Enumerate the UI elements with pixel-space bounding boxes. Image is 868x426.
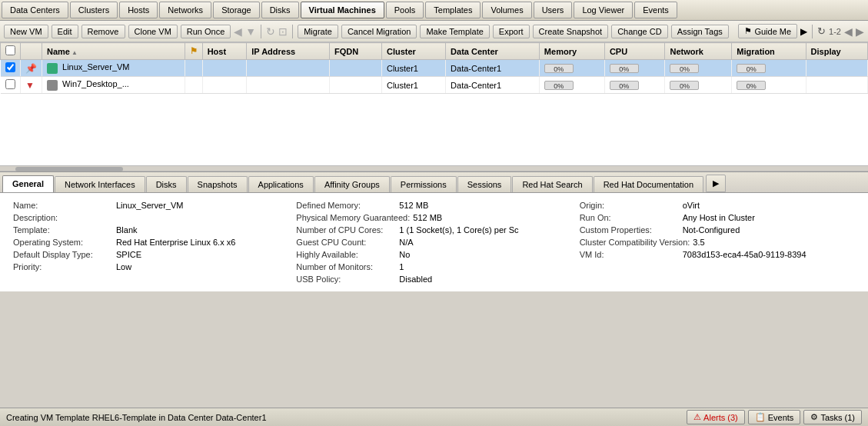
nav-virtual-machines[interactable]: Virtual Machines [301, 2, 384, 18]
nav-networks[interactable]: Networks [159, 2, 211, 18]
row1-checkbox[interactable] [1, 60, 21, 77]
tab-snapshots[interactable]: Snapshots [188, 176, 248, 192]
horizontal-scrollbar[interactable] [0, 165, 868, 171]
nav-log-viewer[interactable]: Log Viewer [574, 2, 633, 18]
detail-desc-row: Description: [13, 211, 288, 224]
export-button[interactable]: Export [493, 25, 530, 38]
cancel-migration-button[interactable]: Cancel Migration [341, 25, 417, 38]
row1-ip [247, 60, 330, 77]
create-snapshot-button[interactable]: Create Snapshot [533, 25, 609, 38]
col-status-icon [21, 43, 42, 60]
clone-vm-button[interactable]: Clone VM [128, 25, 178, 38]
refresh-button[interactable]: ↻ [817, 25, 826, 37]
col-migration[interactable]: Migration [732, 43, 806, 60]
vm-table-container[interactable]: Name▲ ⚑ Host IP Address FQDN Cluster Dat… [0, 42, 868, 165]
phys-mem-label: Physical Memory Guaranteed: [296, 213, 410, 222]
events-button[interactable]: 📋 Events [748, 410, 801, 424]
col-ip[interactable]: IP Address [247, 43, 330, 60]
nav-storage[interactable]: Storage [213, 2, 260, 18]
remove-button[interactable]: Remove [81, 25, 125, 38]
col-name[interactable]: Name▲ [42, 43, 185, 60]
col-memory[interactable]: Memory [539, 43, 604, 60]
row1-name: Linux_Server_VM [42, 60, 185, 77]
events-icon: 📋 [755, 412, 766, 422]
custom-props-value: Not-Configured [683, 225, 740, 235]
row2-host-flag [185, 77, 202, 94]
detail-template-row: Template: Blank [13, 224, 288, 236]
make-template-button[interactable]: Make Template [420, 25, 489, 38]
row2-checkbox[interactable] [1, 77, 21, 94]
tab-affinity-groups[interactable]: Affinity Groups [314, 176, 390, 192]
assign-tags-button[interactable]: Assign Tags [671, 25, 729, 38]
tab-red-hat-search[interactable]: Red Hat Search [512, 176, 592, 192]
row2-display [806, 77, 867, 94]
nav-templates[interactable]: Templates [425, 2, 481, 18]
refresh-icon[interactable]: ↻ [266, 25, 275, 38]
status-bar: Creating VM Template RHEL6-Template in D… [0, 408, 868, 426]
tab-general[interactable]: General [2, 175, 54, 192]
nav-disks[interactable]: Disks [261, 2, 299, 18]
row1-network: 0% [665, 60, 732, 77]
defined-mem-label: Defined Memory: [296, 201, 396, 210]
row2-ip [247, 77, 330, 94]
select-all-checkbox[interactable] [5, 45, 15, 55]
nav-hosts[interactable]: Hosts [119, 2, 158, 18]
prev-page-icon[interactable]: ◀ [844, 25, 853, 38]
col-host[interactable]: Host [202, 43, 247, 60]
tab-permissions[interactable]: Permissions [391, 176, 457, 192]
col-cluster[interactable]: Cluster [381, 43, 445, 60]
nav-events[interactable]: Events [634, 2, 677, 18]
more-options-icon[interactable]: ▶ [800, 26, 807, 37]
row1-migration: 0% [732, 60, 806, 77]
tab-applications[interactable]: Applications [248, 176, 314, 192]
col-checkbox [1, 43, 21, 60]
tasks-button[interactable]: ⚙ Tasks (1) [803, 410, 862, 424]
new-vm-button[interactable]: New VM [4, 25, 48, 38]
tab-disks[interactable]: Disks [146, 176, 187, 192]
nav-pools[interactable]: Pools [386, 2, 424, 18]
tab-more-button[interactable]: ▶ [706, 175, 726, 192]
row2-name: Win7_Desktop_... [42, 77, 185, 94]
row1-cluster: Cluster1 [381, 60, 445, 77]
monitors-label: Number of Monitors: [296, 262, 396, 271]
nav-clusters[interactable]: Clusters [70, 2, 118, 18]
col-cpu[interactable]: CPU [604, 43, 665, 60]
alerts-button[interactable]: ⚠ Alerts (3) [687, 410, 745, 424]
priority-label: Priority: [13, 262, 113, 271]
table-row[interactable]: ▼ Win7_Desktop_... Cluster1 Data-Center1… [1, 77, 868, 94]
detail-panel: Name: Linux_Server_VM Description: Templ… [0, 193, 868, 291]
col-display[interactable]: Display [806, 43, 867, 60]
scroll-thumb[interactable] [15, 167, 123, 171]
tab-red-hat-documentation[interactable]: Red Hat Documentation [594, 176, 703, 192]
nav-data-centers[interactable]: Data Centers [2, 2, 68, 18]
col-dc[interactable]: Data Center [446, 43, 540, 60]
row1-memory: 0% [539, 60, 604, 77]
row2-vm-icon [47, 80, 58, 91]
table-row[interactable]: 📌 Linux_Server_VM Cluster1 Data-Center1 … [1, 60, 868, 77]
priority-value: Low [116, 262, 131, 271]
nav-users[interactable]: Users [534, 2, 573, 18]
edit-button[interactable]: Edit [52, 25, 78, 38]
detail-run-on-row: Run On: Any Host in Cluster [580, 211, 855, 224]
display-type-value: SPICE [116, 250, 141, 259]
name-value: Linux_Server_VM [116, 201, 183, 210]
col-network[interactable]: Network [665, 43, 732, 60]
detail-cpu-cores-row: Number of CPU Cores: 1 (1 Socket(s), 1 C… [296, 224, 571, 236]
highly-avail-label: Highly Available: [296, 250, 396, 259]
change-cd-button[interactable]: Change CD [611, 25, 667, 38]
vm-table-area: Name▲ ⚑ Host IP Address FQDN Cluster Dat… [0, 42, 868, 172]
row2-fqdn [329, 77, 381, 94]
next-page-icon[interactable]: ▶ [856, 25, 864, 38]
guide-me-button[interactable]: ⚑ Guide Me [738, 24, 797, 38]
tab-network-interfaces[interactable]: Network Interfaces [55, 176, 145, 192]
row2-dc: Data-Center1 [446, 77, 540, 94]
nav-volumes[interactable]: Volumes [482, 2, 531, 18]
toolbar: New VM Edit Remove Clone VM Run Once ◀ ▼… [0, 21, 868, 42]
detail-os-row: Operating System: Red Hat Enterprise Lin… [13, 236, 288, 248]
col-fqdn[interactable]: FQDN [329, 43, 381, 60]
migrate-button[interactable]: Migrate [298, 25, 338, 38]
tab-sessions[interactable]: Sessions [457, 176, 512, 192]
col-host-icon: ⚑ [185, 43, 202, 60]
guide-me-label: Guide Me [754, 27, 791, 36]
run-once-button[interactable]: Run Once [181, 25, 231, 38]
